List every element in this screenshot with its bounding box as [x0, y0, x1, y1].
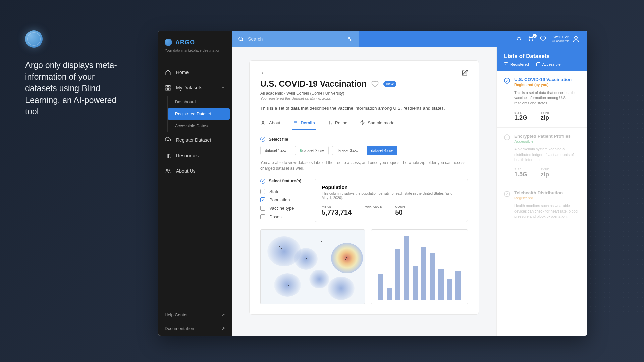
nav-register-dataset[interactable]: Register Dataset [158, 132, 232, 148]
bars-icon [327, 120, 332, 125]
footer-help-center[interactable]: Help Center ↗ [158, 308, 232, 322]
nav-resources[interactable]: Resources [158, 148, 232, 163]
stat-block: VARIANCE— [365, 205, 382, 216]
cart-icon[interactable]: 3 [528, 36, 534, 42]
user-role: All academic [552, 39, 569, 43]
upload-cloud-icon [165, 137, 171, 143]
nav-sub-dashboard[interactable]: Dashboard [168, 96, 230, 108]
marketing-block: Argo only displays meta-information of y… [25, 30, 119, 117]
feature-checkbox-vaccine-type[interactable]: Vaccine type [260, 206, 301, 211]
feature-label: State [269, 189, 279, 194]
tab-sample-model[interactable]: Sample model [359, 117, 396, 130]
sidebar-brand[interactable]: ARGO [165, 39, 225, 46]
chart-bar [387, 288, 392, 300]
feature-checkbox-state[interactable]: State [260, 189, 301, 194]
stat-value: — [365, 208, 382, 216]
list-item-status: Registered (by you) [514, 83, 580, 87]
svg-point-13 [262, 121, 264, 122]
edit-icon[interactable] [461, 70, 468, 76]
nav-my-datasets[interactable]: My Datasets [158, 80, 232, 96]
list-item-title: Encrypted Patient Profiles [514, 134, 580, 139]
stat-block: MEAN5,773,714 [322, 205, 352, 216]
searchbar [232, 31, 359, 47]
chart-bar [430, 253, 435, 300]
dataset-meta: All academic · Weill Cornell (Cornell Un… [260, 91, 468, 96]
file-chip[interactable]: dataset 4.csv [367, 146, 398, 155]
check-circle-icon: ✓ [504, 78, 510, 84]
filter-accessible[interactable]: Accessible [536, 62, 561, 66]
chart-bar [455, 272, 461, 300]
tab-label: About [269, 120, 280, 125]
dataset-list-item[interactable]: ✓Encrypted Patient ProfilesAccessibleA b… [497, 128, 587, 184]
svg-line-7 [242, 40, 243, 41]
dataset-description: This is a set of data that describes the… [260, 106, 468, 111]
tab-label: Sample model [368, 120, 395, 125]
list-item-desc: This is a set of data that describes the… [514, 90, 580, 106]
dataset-card: ← U.S. COVID-19 Vaccination New All acad… [249, 60, 479, 315]
list-item-title: Telehealth Distribution [514, 190, 580, 195]
external-link-icon: ↗ [221, 312, 225, 317]
tab-details[interactable]: Details [292, 117, 316, 130]
check-circle-icon: ✓ [260, 137, 265, 142]
svg-point-5 [169, 170, 170, 171]
filter-registered[interactable]: Registered [504, 62, 529, 66]
list-icon [292, 120, 298, 125]
select-file-label: ✓ Select file [260, 137, 468, 142]
search-input[interactable] [248, 36, 343, 42]
stat-block: COUNT50 [395, 205, 407, 216]
chart-bar [447, 279, 452, 300]
nav-about-us[interactable]: About Us [158, 163, 232, 179]
dataset-list-item[interactable]: ✓Telehealth DistributionRegisteredHealth… [497, 184, 587, 231]
dataset-title: U.S. COVID-19 Vaccination [260, 79, 367, 89]
topbar: 3 Weill Cor. All academic [232, 31, 587, 47]
dataset-registered-note: You registered this dataset on May 6, 20… [260, 96, 468, 100]
users-icon [165, 168, 171, 174]
checkbox-icon [504, 62, 508, 66]
argo-logo-icon [165, 39, 172, 46]
cart-badge: 3 [533, 34, 537, 38]
list-item-status: Registered [514, 196, 580, 200]
headset-icon[interactable] [516, 36, 522, 42]
feature-checkbox-doses[interactable]: Doses [260, 214, 301, 219]
file-chip[interactable]: dataset 1.csv [260, 146, 291, 155]
file-access-hint: You are able to view datasets labeled th… [260, 160, 468, 171]
svg-point-11 [350, 39, 351, 40]
nav-sub-accessible[interactable]: Accessible Dataset [168, 120, 230, 132]
file-chip[interactable]: dataset 3.csv [332, 146, 363, 155]
footer-documentation[interactable]: Documentation ↗ [158, 322, 232, 336]
dataset-list-item[interactable]: ✓U.S. COVID-19 VaccinationRegistered (by… [497, 71, 587, 128]
density-map[interactable] [260, 229, 365, 304]
user-menu[interactable]: Weill Cor. All academic [552, 35, 580, 43]
distribution-chart[interactable] [371, 229, 468, 304]
external-link-icon: ↗ [221, 326, 225, 331]
svg-rect-2 [166, 88, 167, 90]
nav-home[interactable]: Home [158, 65, 232, 80]
stat-value: 5,773,714 [322, 208, 352, 216]
tab-about[interactable]: About [260, 117, 281, 130]
feature-checkbox-population[interactable]: Population [260, 197, 301, 202]
chevron-up-icon [221, 86, 225, 90]
sidebar: ARGO Your data marketplace destination H… [158, 31, 232, 336]
heart-icon[interactable] [540, 36, 546, 42]
home-icon [165, 69, 171, 76]
tab-rating[interactable]: Rating [326, 117, 348, 130]
nav-label: Home [176, 70, 189, 75]
tab-label: Rating [335, 120, 348, 125]
stat-label: COUNT [395, 205, 407, 208]
list-item-desc: Health monitors such as wearable devices… [514, 203, 580, 219]
list-item-title: U.S. COVID-19 Vaccination [514, 77, 580, 82]
check-circle-icon: ✓ [504, 191, 510, 197]
checkbox-icon [536, 62, 540, 66]
list-item-status: Accessible [514, 139, 580, 143]
chart-bar [438, 269, 444, 300]
favorite-toggle[interactable] [371, 80, 379, 88]
filter-icon[interactable] [347, 36, 353, 42]
user-name: Weill Cor. [552, 35, 569, 39]
file-chip[interactable]: $dataset 2.csv [295, 146, 329, 155]
feature-label: Vaccine type [269, 206, 294, 211]
nav-label: My Datasets [176, 85, 202, 90]
nav-label: Register Dataset [176, 137, 211, 143]
back-arrow-icon[interactable]: ← [260, 69, 266, 76]
list-stat: SIZE1.2G [514, 111, 527, 121]
nav-sub-registered[interactable]: Registered Dataset [168, 108, 230, 120]
